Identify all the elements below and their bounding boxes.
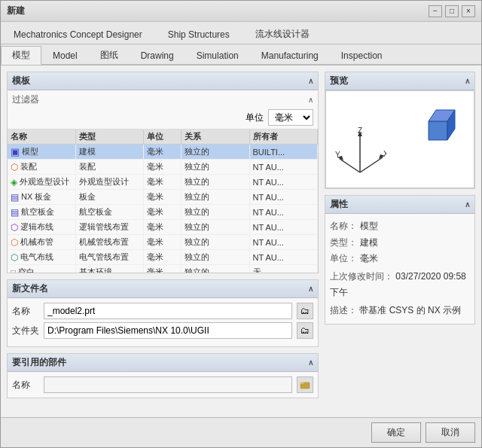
svg-line-4 — [360, 157, 383, 172]
tab-model-en[interactable]: Model — [41, 46, 89, 64]
row-0-name: ▣ 模型 — [8, 145, 76, 159]
row-8-name: □ 空白 — [8, 265, 76, 273]
svg-text:X: X — [383, 150, 386, 158]
ref-parts-header: 要引用的部件 ∧ — [8, 354, 318, 372]
row-0-type: 建模 — [76, 145, 145, 159]
ref-parts-collapse-icon[interactable]: ∧ — [308, 358, 313, 367]
row-2-owner: NT AU... — [250, 175, 319, 189]
row-3-relation: 独立的 — [182, 190, 250, 204]
aero-icon: ▤ — [11, 207, 19, 218]
tab-model[interactable]: 模型 — [1, 46, 41, 65]
properties-title: 属性 — [330, 198, 348, 211]
table-row[interactable]: □ 空白 基本环境 毫米 独立的 无 — [8, 265, 318, 273]
table-row[interactable]: ⬡ 逻辑布线 逻辑管线布置 毫米 独立的 NT AU... — [8, 220, 318, 235]
unit-select[interactable]: 毫米 — [268, 109, 313, 126]
preview-collapse-icon[interactable]: ∧ — [465, 77, 470, 85]
row-2-unit: 毫米 — [144, 175, 182, 189]
3d-cube-preview — [417, 99, 466, 148]
tab-ship-structures[interactable]: Ship Structures — [155, 24, 243, 44]
folder-label: 文件夹 — [12, 325, 39, 337]
ref-browse-button[interactable] — [297, 376, 313, 393]
row-1-type: 装配 — [76, 160, 145, 174]
filter-collapse-icon[interactable]: ∧ — [308, 96, 313, 104]
properties-section: 属性 ∧ 名称： 模型 类型： 建模 单位： 毫米 — [325, 195, 475, 325]
properties-header: 属性 ∧ — [325, 196, 474, 214]
preview-header: 预览 ∧ — [325, 72, 474, 90]
row-1-name: ⬡ 装配 — [8, 160, 76, 174]
folder-icon — [300, 379, 310, 390]
window-title: 新建 — [7, 5, 25, 17]
row-5-name: ⬡ 逻辑布线 — [8, 220, 76, 234]
confirm-button[interactable]: 确定 — [371, 422, 421, 443]
preview-area: Z X Y — [325, 90, 474, 188]
name-input[interactable] — [44, 303, 292, 319]
row-6-unit: 毫米 — [144, 235, 182, 249]
name-row: 名称 🗂 — [12, 303, 313, 319]
row-3-type: 板金 — [76, 190, 145, 204]
prop-unit-row: 单位： 毫米 — [330, 251, 470, 267]
name-label: 名称 — [12, 305, 39, 318]
table-row[interactable]: ⬡ 机械布管 机械管线布置 毫米 独立的 NT AU... — [8, 235, 318, 250]
cancel-button[interactable]: 取消 — [426, 422, 475, 443]
preview-section: 预览 ∧ Z X — [325, 72, 475, 189]
restore-button[interactable]: □ — [445, 5, 459, 17]
prop-type-label: 类型： — [330, 235, 357, 251]
col-owner: 所有者 — [250, 130, 319, 144]
close-button[interactable]: × — [462, 5, 475, 17]
template-section-title: 模板 — [12, 75, 30, 87]
ref-parts-section: 要引用的部件 ∧ 名称 — [7, 353, 319, 398]
table-row[interactable]: ▤ 航空板金 航空板金 毫米 独立的 NT AU... — [8, 205, 318, 220]
tab-drawing[interactable]: 图纸 — [89, 46, 130, 64]
main-window: 新建 − □ × Mechatronics Concept Designer S… — [0, 0, 482, 448]
template-collapse-icon[interactable]: ∧ — [308, 77, 313, 85]
folder-row: 文件夹 🗂 — [12, 322, 313, 339]
tab-simulation[interactable]: Simulation — [185, 46, 250, 64]
row-4-unit: 毫米 — [144, 205, 182, 219]
row-4-owner: NT AU... — [250, 205, 319, 219]
col-name: 名称 — [8, 130, 76, 144]
table-row[interactable]: ▤ NX 板金 板金 毫米 独立的 NT AU... — [8, 190, 318, 205]
row-0-relation: 独立的 — [182, 145, 250, 159]
row-7-unit: 毫米 — [144, 250, 182, 264]
prop-name-value: 模型 — [360, 218, 378, 235]
bottom-bar: 确定 取消 — [1, 417, 481, 447]
tab-inspection[interactable]: Inspection — [330, 46, 394, 64]
row-1-owner: NT AU... — [250, 160, 319, 174]
row-8-unit: 毫米 — [144, 265, 182, 273]
svg-text:Z: Z — [358, 127, 362, 135]
prop-desc-label: 描述： — [330, 305, 357, 315]
preview-title: 预览 — [330, 75, 348, 87]
name-browse-button[interactable]: 🗂 — [297, 303, 313, 319]
table-row[interactable]: ▣ 模型 建模 毫米 独立的 BUILTI... — [8, 145, 318, 160]
row-7-relation: 独立的 — [182, 250, 250, 264]
table-row[interactable]: ⬡ 电气布线 电气管线布置 毫米 独立的 NT AU... — [8, 250, 318, 265]
properties-collapse-icon[interactable]: ∧ — [465, 200, 470, 209]
row-7-owner: NT AU... — [250, 250, 319, 264]
new-filename-collapse-icon[interactable]: ∧ — [308, 285, 313, 293]
table-row[interactable]: ◈ 外观造型设计 外观造型设计 毫米 独立的 NT AU... — [8, 175, 318, 190]
template-table-body: ▣ 模型 建模 毫米 独立的 BUILTI... ⬡ 装配 装配 — [8, 145, 318, 273]
folder-input[interactable] — [44, 322, 292, 339]
minimize-button[interactable]: − — [429, 5, 442, 17]
tab-manufacturing[interactable]: Manufacturing — [250, 46, 330, 64]
tab-flow[interactable]: 流水线设计器 — [243, 24, 322, 44]
row-2-relation: 独立的 — [182, 175, 250, 189]
prop-type-value: 建模 — [360, 235, 378, 251]
row-1-unit: 毫米 — [144, 160, 182, 174]
folder-browse-button[interactable]: 🗂 — [297, 322, 313, 339]
tab-mechatronics[interactable]: Mechatronics Concept Designer — [1, 24, 155, 44]
table-row[interactable]: ⬡ 装配 装配 毫米 独立的 NT AU... — [8, 160, 318, 175]
tab-drawing-en[interactable]: Drawing — [130, 46, 185, 64]
shape-icon: ◈ — [11, 177, 17, 187]
row-7-type: 电气管线布置 — [76, 250, 145, 264]
prop-modified-label: 上次修改时间： — [330, 271, 393, 282]
ref-parts-form: 名称 — [8, 372, 318, 398]
col-unit: 单位 — [144, 130, 182, 144]
row-6-owner: NT AU... — [250, 235, 319, 249]
prop-unit-value: 毫米 — [360, 251, 378, 267]
mech-icon: ⬡ — [11, 237, 18, 248]
row-2-type: 外观造型设计 — [76, 175, 145, 189]
ref-name-input[interactable] — [44, 376, 292, 393]
table-header: 名称 类型 单位 关系 所有者 — [8, 130, 318, 145]
filter-label: 过滤器 — [12, 93, 39, 106]
